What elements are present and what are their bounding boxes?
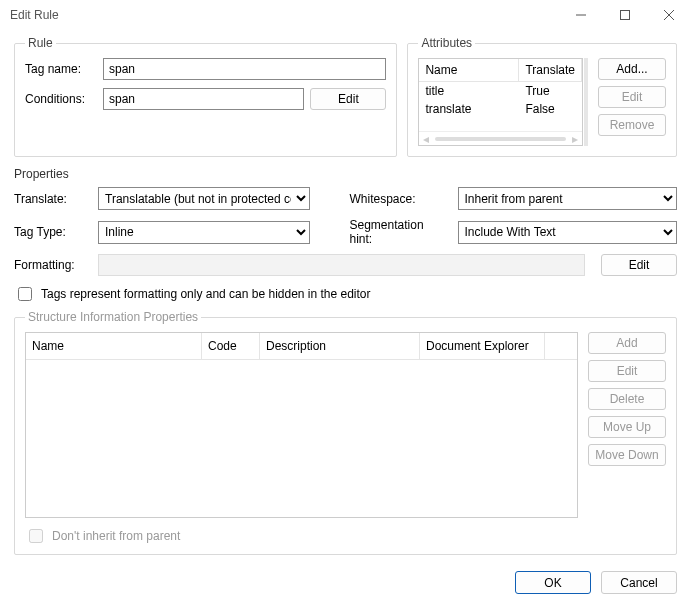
attr-remove-button[interactable]: Remove [598, 114, 666, 136]
whitespace-select[interactable]: Inherit from parent [458, 187, 678, 210]
struct-movedown-button[interactable]: Move Down [588, 444, 666, 466]
tagname-input[interactable] [103, 58, 386, 80]
structure-table[interactable]: Name Code Description Document Explorer [25, 332, 578, 518]
struct-edit-button[interactable]: Edit [588, 360, 666, 382]
rule-legend: Rule [25, 36, 56, 50]
translate-label: Translate: [14, 192, 90, 206]
formatting-only-label: Tags represent formatting only and can b… [41, 287, 371, 301]
maximize-icon[interactable] [603, 0, 647, 30]
attributes-legend: Attributes [418, 36, 475, 50]
attr-edit-button[interactable]: Edit [598, 86, 666, 108]
rule-group: Rule Tag name: Conditions: Edit [14, 36, 397, 157]
attributes-group: Attributes Name Translate title True [407, 36, 677, 157]
attributes-table[interactable]: Name Translate title True translate Fals… [418, 58, 583, 146]
table-row[interactable]: title True [419, 82, 582, 100]
struct-col-name: Name [26, 333, 202, 360]
structure-group: Structure Information Properties Name Co… [14, 310, 677, 555]
svg-rect-1 [621, 11, 630, 20]
cancel-button[interactable]: Cancel [601, 571, 677, 594]
struct-col-doc: Document Explorer [420, 333, 545, 360]
tagtype-label: Tag Type: [14, 225, 90, 239]
struct-moveup-button[interactable]: Move Up [588, 416, 666, 438]
attr-add-button[interactable]: Add... [598, 58, 666, 80]
tagtype-select[interactable]: Inline [98, 221, 310, 244]
minimize-icon[interactable] [559, 0, 603, 30]
formatting-only-checkbox[interactable] [18, 287, 32, 301]
vertical-scrollbar[interactable] [584, 58, 588, 146]
struct-add-button[interactable]: Add [588, 332, 666, 354]
title-bar: Edit Rule [0, 0, 691, 30]
properties-label: Properties [14, 167, 69, 181]
ok-button[interactable]: OK [515, 571, 591, 594]
close-icon[interactable] [647, 0, 691, 30]
translate-select[interactable]: Translatable (but not in protected conte… [98, 187, 310, 210]
tagname-label: Tag name: [25, 62, 103, 76]
struct-col-desc: Description [260, 333, 420, 360]
window-title: Edit Rule [10, 8, 559, 22]
attr-col-name: Name [419, 59, 519, 82]
struct-col-code: Code [202, 333, 260, 360]
table-row[interactable]: translate False [419, 100, 582, 118]
conditions-label: Conditions: [25, 92, 103, 106]
seghint-select[interactable]: Include With Text [458, 221, 678, 244]
formatting-edit-button[interactable]: Edit [601, 254, 677, 276]
conditions-edit-button[interactable]: Edit [310, 88, 386, 110]
seghint-label: Segmentation hint: [350, 218, 450, 246]
attr-col-translate: Translate [519, 59, 582, 82]
horizontal-scrollbar[interactable]: ◂▸ [419, 131, 582, 145]
formatting-label: Formatting: [14, 258, 90, 272]
conditions-input[interactable] [103, 88, 304, 110]
whitespace-label: Whitespace: [350, 192, 450, 206]
struct-delete-button[interactable]: Delete [588, 388, 666, 410]
inherit-checkbox [29, 529, 43, 543]
inherit-label: Don't inherit from parent [52, 529, 180, 543]
formatting-input [98, 254, 585, 276]
structure-legend: Structure Information Properties [25, 310, 201, 324]
